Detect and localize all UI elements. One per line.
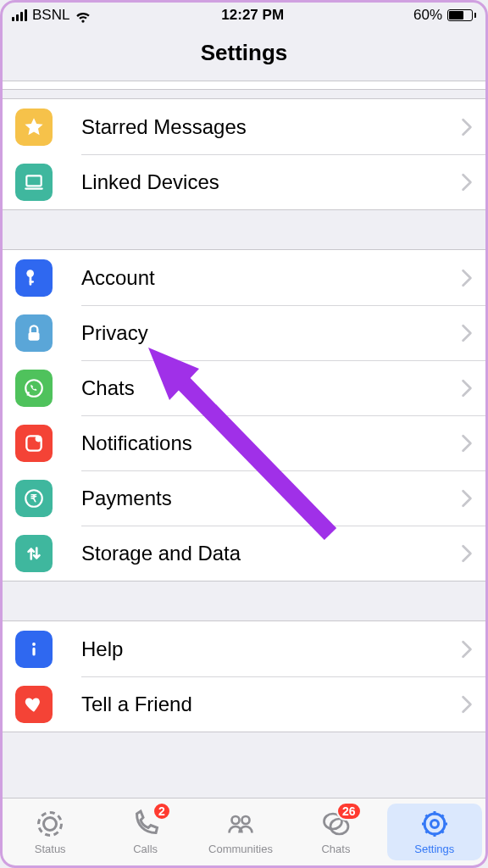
arrows-up-down-icon [15, 535, 53, 572]
tab-label: Settings [414, 843, 454, 855]
chevron-right-icon [461, 379, 473, 398]
carrier-label: BSNL [32, 7, 69, 24]
heart-icon [15, 686, 53, 723]
svg-text:₹: ₹ [30, 492, 37, 504]
tab-status[interactable]: Status [3, 798, 97, 865]
row-tell-a-friend[interactable]: Tell a Friend [0, 676, 488, 732]
status-icon [35, 809, 65, 839]
laptop-icon [15, 164, 53, 201]
page-title: Settings [201, 40, 288, 66]
row-label: Starred Messages [81, 115, 461, 139]
communities-icon [225, 809, 256, 839]
svg-rect-4 [30, 281, 34, 282]
status-time: 12:27 PM [221, 7, 284, 24]
row-storage-data[interactable]: Storage and Data [0, 526, 488, 581]
chats-badge: 26 [336, 802, 362, 821]
status-right: 60% [413, 7, 476, 24]
wifi-icon [75, 7, 92, 24]
tab-label: Chats [321, 843, 350, 855]
previous-group-edge [0, 81, 488, 90]
row-label: Account [81, 266, 461, 290]
tab-calls[interactable]: 2 Calls [97, 798, 192, 865]
lock-icon [15, 314, 53, 352]
row-label: Notifications [81, 431, 461, 455]
settings-group-1: Starred Messages Linked Devices [0, 98, 488, 210]
svg-point-13 [44, 818, 57, 831]
svg-point-11 [32, 643, 36, 646]
row-label: Payments [81, 487, 461, 510]
row-label: Help [81, 637, 461, 661]
row-label: Privacy [81, 321, 461, 345]
header: Settings [0, 25, 488, 81]
row-privacy[interactable]: Privacy [0, 305, 488, 360]
rupee-icon: ₹ [15, 480, 53, 517]
svg-point-16 [242, 816, 250, 824]
chevron-right-icon [461, 118, 473, 136]
tab-bar: Status 2 Calls Communities 26 Chats Sett… [3, 798, 485, 865]
battery-percent: 60% [413, 7, 442, 24]
notification-icon [15, 425, 53, 462]
chevron-right-icon [461, 695, 473, 714]
row-payments[interactable]: ₹ Payments [0, 470, 488, 526]
row-label: Tell a Friend [81, 693, 461, 716]
svg-point-14 [39, 813, 62, 836]
tab-label: Calls [133, 843, 158, 855]
settings-group-2: Account Privacy Chats Notifications [0, 249, 488, 581]
row-linked-devices[interactable]: Linked Devices [0, 154, 488, 209]
status-bar: BSNL 12:27 PM 60% [0, 0, 488, 25]
gear-icon [419, 809, 450, 839]
status-left: BSNL [12, 7, 92, 24]
row-notifications[interactable]: Notifications [0, 415, 488, 470]
tab-communities[interactable]: Communities [193, 798, 288, 865]
battery-icon [447, 9, 476, 21]
svg-rect-0 [26, 175, 41, 186]
svg-rect-5 [29, 331, 40, 340]
row-label: Linked Devices [81, 170, 461, 194]
chevron-right-icon [461, 434, 473, 453]
calls-badge: 2 [152, 802, 171, 821]
settings-group-3: Help Tell a Friend [0, 620, 488, 732]
tab-settings[interactable]: Settings [387, 804, 482, 860]
info-icon [15, 631, 53, 668]
tab-label: Communities [208, 843, 273, 855]
row-label: Chats [81, 376, 461, 400]
svg-rect-12 [32, 647, 35, 655]
svg-rect-1 [25, 187, 43, 189]
row-starred-messages[interactable]: Starred Messages [0, 99, 488, 154]
chevron-right-icon [461, 640, 473, 659]
chevron-right-icon [461, 324, 473, 342]
row-account[interactable]: Account [0, 250, 488, 305]
signal-icon [12, 9, 27, 21]
row-chats[interactable]: Chats [0, 360, 488, 415]
svg-point-20 [430, 821, 438, 828]
chevron-right-icon [461, 489, 473, 508]
tab-chats[interactable]: 26 Chats [288, 798, 383, 865]
row-help[interactable]: Help [0, 621, 488, 676]
row-label: Storage and Data [81, 542, 461, 565]
chevron-right-icon [461, 269, 473, 287]
svg-rect-3 [30, 275, 32, 285]
chevron-right-icon [461, 173, 473, 192]
star-icon [15, 108, 53, 146]
settings-content: Starred Messages Linked Devices Account … [0, 81, 488, 732]
key-icon [15, 259, 53, 297]
svg-point-8 [36, 435, 42, 442]
svg-point-15 [232, 816, 240, 824]
tab-label: Status [35, 843, 66, 855]
chevron-right-icon [461, 544, 473, 563]
whatsapp-icon [15, 370, 53, 407]
